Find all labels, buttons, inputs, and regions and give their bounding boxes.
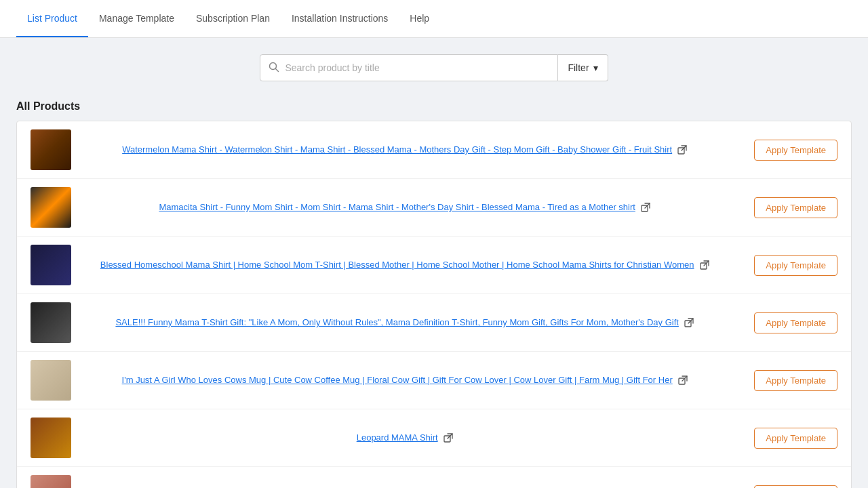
search-input[interactable] (285, 62, 549, 73)
product-title[interactable]: Leopard MAMA Shirt (357, 431, 438, 445)
product-title-ext-wrap: Watermelon Mama Shirt - Watermelon Shirt… (82, 143, 727, 157)
nav-help[interactable]: Help (399, 1, 440, 37)
apply-template-button[interactable]: Apply Template (754, 428, 837, 449)
product-thumbnail (31, 418, 71, 458)
nav-manage-template[interactable]: Manage Template (88, 1, 185, 37)
search-row: Filter ▾ (16, 54, 852, 81)
product-title-ext-wrap: I'm Just A Girl Who Loves Cows Mug | Cut… (82, 373, 727, 387)
filter-button[interactable]: Filter ▾ (558, 54, 608, 81)
product-thumbnail (31, 245, 71, 285)
apply-template-button[interactable]: Apply Template (754, 370, 837, 391)
product-row: SALE!!! Funny Mama T-Shirt Gift: "Like A… (17, 294, 851, 352)
search-icon (269, 62, 279, 75)
nav-list-product[interactable]: List Product (16, 1, 88, 37)
product-title[interactable]: SALE!!! Funny Mama T-Shirt Gift: "Like A… (115, 316, 678, 329)
apply-template-button[interactable]: Apply Template (754, 485, 837, 489)
apply-template-button[interactable]: Apply Template (754, 140, 837, 161)
product-row: Leopard MAMA Shirt Apply Template (17, 409, 851, 467)
product-title-ext-wrap: SALE!!! Funny Mama T-Shirt Gift: "Like A… (82, 316, 727, 329)
product-title[interactable]: Mamacita Shirt - Funny Mom Shirt - Mom S… (159, 201, 635, 214)
navigation: List Product Manage Template Subscriptio… (0, 0, 868, 38)
product-row: Disney Shirts, Disney Family Shirts, 202… (17, 467, 851, 488)
search-wrapper (260, 54, 558, 81)
external-link-icon[interactable] (700, 260, 709, 270)
external-link-icon[interactable] (641, 203, 650, 212)
nav-installation-instructions[interactable]: Installation Instructions (281, 1, 399, 37)
filter-label: Filter (568, 62, 589, 73)
svg-line-1 (276, 68, 279, 71)
product-row: Mamacita Shirt - Funny Mom Shirt - Mom S… (17, 179, 851, 237)
product-thumbnail (31, 302, 71, 343)
product-thumbnail (31, 187, 71, 228)
apply-template-button[interactable]: Apply Template (754, 255, 837, 276)
product-row: I'm Just A Girl Who Loves Cows Mug | Cut… (17, 352, 851, 409)
product-row: Watermelon Mama Shirt - Watermelon Shirt… (17, 121, 851, 179)
product-title[interactable]: I'm Just A Girl Who Loves Cows Mug | Cut… (122, 373, 673, 387)
product-title-ext-wrap: Leopard MAMA Shirt (82, 431, 727, 445)
external-link-icon[interactable] (677, 145, 687, 155)
chevron-down-icon: ▾ (593, 62, 598, 73)
product-list: Watermelon Mama Shirt - Watermelon Shirt… (16, 121, 852, 488)
external-link-icon[interactable] (684, 318, 694, 327)
section-title: All Products (16, 100, 852, 113)
product-thumbnail (31, 129, 71, 170)
product-title[interactable]: Blessed Homeschool Mama Shirt | Home Sch… (100, 258, 694, 272)
nav-subscription-plan[interactable]: Subscription Plan (185, 1, 281, 37)
product-thumbnail (31, 475, 71, 488)
apply-template-button[interactable]: Apply Template (754, 312, 837, 333)
product-title-ext-wrap: Blessed Homeschool Mama Shirt | Home Sch… (82, 258, 727, 272)
product-title-ext-wrap: Mamacita Shirt - Funny Mom Shirt - Mom S… (82, 201, 727, 214)
external-link-icon[interactable] (443, 433, 453, 443)
external-link-icon[interactable] (678, 375, 688, 385)
product-row: Blessed Homeschool Mama Shirt | Home Sch… (17, 237, 851, 294)
product-title[interactable]: Watermelon Mama Shirt - Watermelon Shirt… (122, 143, 672, 157)
main-content: Filter ▾ All Products Watermelon Mama Sh… (0, 38, 868, 488)
product-thumbnail (31, 360, 71, 401)
apply-template-button[interactable]: Apply Template (754, 197, 837, 218)
